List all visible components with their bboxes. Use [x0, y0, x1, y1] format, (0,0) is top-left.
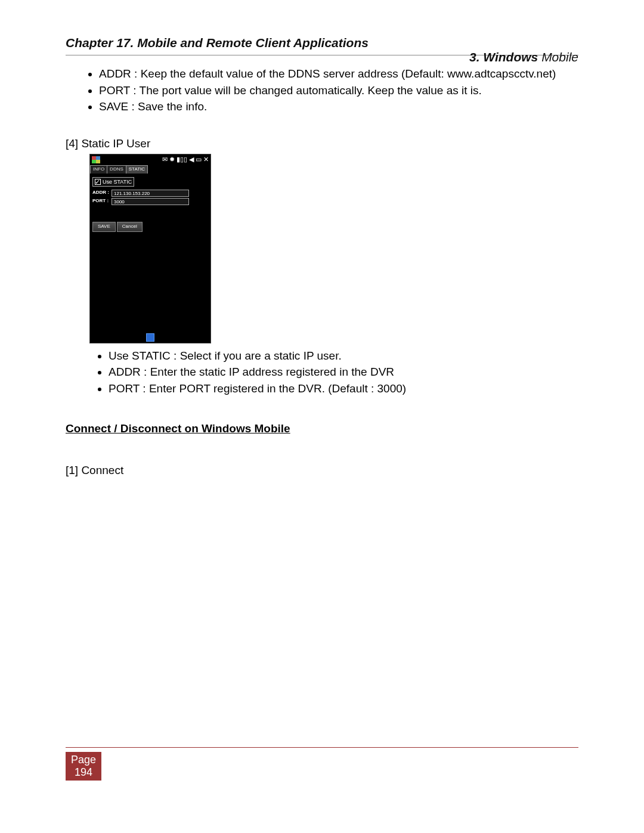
list-item: SAVE : Save the info. — [99, 99, 578, 114]
wm-status-bar: ✉ ✹ ▮▯▯ ◀ ▭ ✕ — [90, 154, 210, 165]
windows-start-icon[interactable] — [92, 156, 100, 163]
use-static-label: Use STATIC — [103, 178, 132, 185]
port-field-row: PORT : 3000 — [92, 198, 208, 205]
tab-ddns[interactable]: DDNS — [107, 165, 126, 174]
section-title-rest: Mobile — [538, 50, 578, 64]
connect-disconnect-heading: Connect / Disconnect on Windows Mobile — [66, 421, 578, 436]
document-page: Chapter 17. Mobile and Remote Client App… — [0, 0, 644, 833]
ddns-bullet-list: ADDR : Keep the default value of the DDN… — [66, 66, 578, 114]
status-icons: ✉ ✹ ▮▯▯ ◀ ▭ ✕ — [162, 156, 209, 163]
addr-field-row: ADDR : 121.130.153.220 — [92, 190, 208, 197]
checkbox-checked-icon[interactable] — [95, 179, 101, 185]
footer-rule — [66, 747, 578, 748]
page-header: Chapter 17. Mobile and Remote Client App… — [66, 36, 578, 55]
addr-input[interactable]: 121.130.153.220 — [112, 190, 189, 197]
use-static-checkbox-row[interactable]: Use STATIC — [92, 177, 134, 187]
save-button[interactable]: SAVE — [92, 222, 116, 232]
cancel-button[interactable]: Cancel — [117, 222, 143, 232]
taskbar-app-icon[interactable] — [146, 333, 154, 342]
page-number: 194 — [75, 766, 92, 779]
page-word: Page — [71, 754, 96, 766]
page-number-badge: Page 194 — [66, 752, 101, 781]
list-item: ADDR : Keep the default value of the DDN… — [99, 66, 578, 82]
list-item: Use STATIC : Select if you are a static … — [109, 348, 578, 364]
signal-icon: ▮▯▯ — [177, 156, 187, 163]
wm-button-row: SAVE Cancel — [92, 222, 208, 232]
step-4-label: [4] Static IP User — [66, 136, 578, 151]
port-label: PORT : — [92, 198, 112, 205]
section-title: 3. Windows Mobile — [469, 50, 578, 64]
port-input[interactable]: 3000 — [112, 198, 189, 205]
wm-tabs: INFO DDNS STATIC — [90, 165, 210, 174]
wm-taskbar — [90, 332, 210, 343]
list-item: ADDR : Enter the static IP address regis… — [109, 364, 578, 380]
mail-icon: ✉ — [162, 156, 168, 163]
sync-icon: ✹ — [169, 156, 175, 163]
list-item: PORT : The port value will be changed au… — [99, 83, 578, 98]
page-content: ADDR : Keep the default value of the DDN… — [66, 66, 578, 478]
chapter-title: Chapter 17. Mobile and Remote Client App… — [66, 36, 578, 50]
list-item: PORT : Enter PORT registered in the DVR.… — [109, 381, 578, 397]
close-icon[interactable]: ✕ — [203, 156, 209, 163]
windows-mobile-screenshot: ✉ ✹ ▮▯▯ ◀ ▭ ✕ INFO DDNS STATIC Use STATI… — [89, 154, 211, 343]
tab-info[interactable]: INFO — [90, 165, 107, 174]
static-bullet-list: Use STATIC : Select if you are a static … — [66, 348, 578, 397]
wm-body: Use STATIC ADDR : 121.130.153.220 PORT :… — [90, 174, 210, 232]
addr-label: ADDR : — [92, 190, 112, 196]
tab-static[interactable]: STATIC — [126, 165, 148, 174]
step-1-connect-label: [1] Connect — [66, 463, 578, 478]
volume-icon: ◀ — [189, 156, 194, 163]
section-title-bold: 3. Windows — [469, 50, 538, 64]
battery-icon: ▭ — [196, 156, 202, 163]
